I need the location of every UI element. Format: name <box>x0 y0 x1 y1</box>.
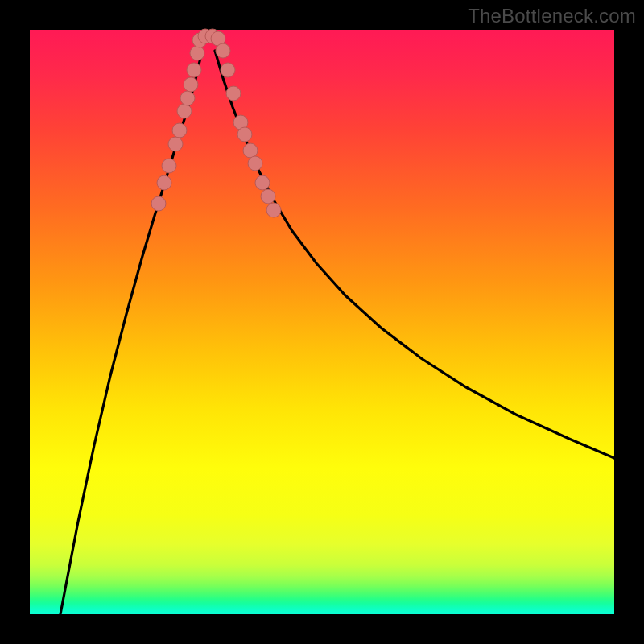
data-marker <box>187 63 201 77</box>
curve-layer <box>30 30 614 614</box>
data-marker <box>248 156 262 171</box>
data-marker <box>157 175 171 190</box>
data-marker <box>255 175 270 190</box>
data-marker <box>266 203 281 217</box>
plot-area <box>30 30 614 614</box>
data-marker <box>180 91 195 105</box>
data-marker <box>172 123 187 138</box>
data-marker <box>237 127 252 142</box>
series-right-branch <box>215 51 614 458</box>
data-marker <box>243 143 258 158</box>
data-marker <box>221 63 235 77</box>
chart-frame: TheBottleneck.com <box>0 0 644 644</box>
data-marker <box>168 137 183 151</box>
watermark-text: TheBottleneck.com <box>468 5 636 27</box>
data-marker <box>190 46 204 60</box>
data-marker <box>261 189 275 204</box>
data-marker <box>162 159 176 173</box>
data-marker <box>216 43 230 58</box>
curve-group <box>60 35 614 614</box>
data-marker <box>177 104 192 118</box>
data-marker <box>151 196 166 211</box>
data-marker <box>184 77 198 92</box>
data-marker <box>226 86 241 101</box>
